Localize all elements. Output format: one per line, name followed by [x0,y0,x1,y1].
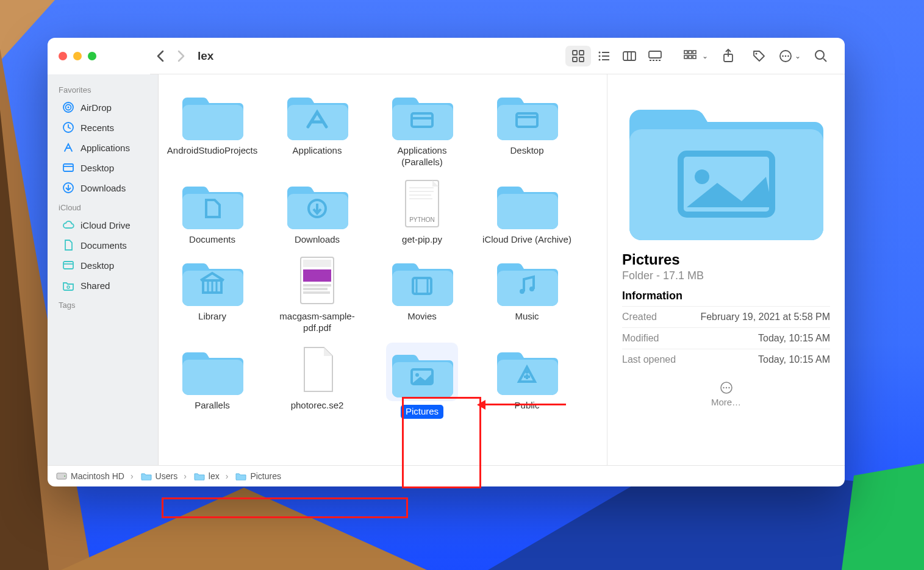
file-icon: PYTHON [389,177,456,230]
sidebar-item-label: Desktop [81,260,114,271]
grid-item[interactable]: Music [478,251,576,337]
sidebar: Favorites AirDrop Recents Applications D… [48,74,159,465]
svg-rect-52 [392,105,453,140]
sidebar-item-label: Recents [81,123,114,133]
chevron-down-icon: ⌄ [795,52,801,60]
svg-rect-28 [689,55,692,59]
grid-item[interactable]: PYTHONget-pip.py [373,174,471,248]
grid-item[interactable]: Downloads [268,174,366,248]
grid-item[interactable]: Applications [268,85,366,171]
sidebar-item-documents[interactable]: Documents [51,235,154,255]
svg-rect-43 [63,164,73,171]
sidebar-item-applications[interactable]: Applications [51,138,154,157]
grid-item-label: macgasm-sample-pdf.pdf [271,311,363,334]
grid-item[interactable]: photorec.se2 [268,340,366,421]
annotation-arrow [481,404,566,405]
view-mode-segment [565,46,668,66]
folder-icon [284,177,351,230]
folder-icon [179,177,246,230]
info-row-modified: ModifiedToday, 10:15 AM [622,327,830,349]
path-crumb-lex[interactable]: lex› [192,471,234,481]
view-gallery-button[interactable] [642,46,668,66]
grid-item-label: Parallels [195,400,230,411]
zoom-window-button[interactable] [88,52,96,60]
close-window-button[interactable] [59,52,67,60]
grid-item[interactable]: Documents [163,174,261,248]
folder-icon [194,472,205,480]
svg-point-86 [520,289,525,294]
minimize-window-button[interactable] [73,52,82,60]
sidebar-item-label: Shared [81,280,110,291]
svg-rect-80 [303,291,330,294]
share-button[interactable] [718,46,739,66]
view-columns-button[interactable] [617,46,642,66]
svg-rect-81 [392,271,453,306]
actions-button[interactable]: ⌄ [779,46,801,66]
grid-item[interactable]: Movies [373,251,471,337]
sidebar-item-icloud-drive[interactable]: iCloud Drive [51,215,154,235]
search-button[interactable] [811,46,831,66]
sidebar-item-downloads[interactable]: Downloads [51,178,154,198]
grid-item-label: iCloud Drive (Archive) [482,234,571,246]
grid-item-label: Desktop [510,145,543,157]
svg-rect-76 [303,260,331,267]
grid-item[interactable]: iCloud Drive (Archive) [478,174,576,248]
back-button[interactable] [150,46,171,66]
sidebar-item-desktop-icloud[interactable]: Desktop [51,255,154,275]
more-button[interactable]: More… [622,381,830,407]
sidebar-section-favorites: Favorites [48,80,158,97]
window-controls [59,52,150,60]
grid-item[interactable]: Desktop [478,85,576,171]
sidebar-item-recents[interactable]: Recents [51,118,154,137]
sidebar-item-airdrop[interactable]: AirDrop [51,98,154,117]
svg-rect-23 [659,60,661,61]
path-crumb-users[interactable]: Users› [138,471,192,481]
grid-item[interactable]: macgasm-sample-pdf.pdf [268,251,366,337]
svg-line-38 [823,59,826,62]
view-list-button[interactable] [591,46,617,66]
tags-button[interactable] [748,46,769,66]
grid-item[interactable]: Parallels [163,340,261,421]
preview-pane: Pictures Folder - 17.1 MB Information Cr… [607,74,845,465]
folder-icon [235,472,246,480]
path-crumb-pictures[interactable]: Pictures [233,471,284,481]
sidebar-section-icloud: iCloud [48,198,158,215]
toolbar: lex ⌄ [48,38,845,74]
path-crumb-macintosh-hd[interactable]: Macintosh HD› [54,471,138,481]
svg-point-101 [723,387,724,388]
folder-icon [389,88,456,141]
grid-item-label: Applications [293,145,342,157]
svg-rect-21 [653,60,654,61]
grid-item-label: Downloads [295,234,340,246]
folder-icon [493,88,560,141]
svg-rect-20 [650,60,651,61]
icon-grid: AndroidStudioProjects Applications Appli… [159,74,607,465]
grid-item-label: Applications (Parallels) [376,145,468,168]
grid-item[interactable]: Library [163,251,261,337]
grid-item[interactable]: Pictures [373,340,471,421]
svg-point-105 [64,476,65,477]
grid-item[interactable]: Public [478,340,576,421]
clock-icon [62,121,74,134]
folder-icon [493,343,560,396]
svg-marker-5 [842,463,924,570]
svg-marker-89 [324,347,332,356]
folder-icon [141,472,152,480]
svg-point-94 [525,370,529,374]
group-by-button[interactable]: ⌄ [684,46,708,66]
svg-point-87 [529,287,534,291]
forward-button[interactable] [171,46,192,66]
folder-icon [493,254,560,307]
sidebar-item-shared[interactable]: Shared [51,276,154,295]
annotation-arrow-head [477,400,485,410]
grid-item[interactable]: AndroidStudioProjects [163,85,261,171]
svg-rect-69 [497,194,558,229]
file-icon [284,254,351,307]
view-icons-button[interactable] [565,46,591,66]
grid-item[interactable]: Applications (Parallels) [373,85,471,171]
svg-point-103 [728,387,729,388]
folder-icon [389,254,456,307]
sidebar-item-desktop[interactable]: Desktop [51,158,154,177]
svg-rect-27 [684,55,687,59]
sidebar-item-label: iCloud Drive [81,220,131,230]
